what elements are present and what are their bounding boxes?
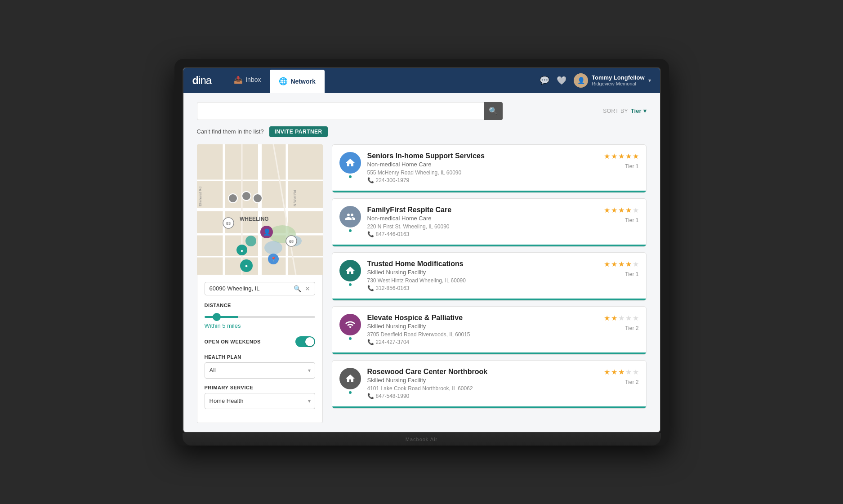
star-icon: ★ [633,206,639,214]
listing-card-inner: Elevate Hospice & Palliative Skilled Nur… [332,307,646,352]
listing-name: Trusted Home Modifications [367,260,598,268]
listing-right: ★★★★★ Tier 2 [604,314,639,331]
svg-text:●: ● [240,248,243,253]
distance-label: DISTANCE [205,303,315,308]
sort-by: SORT BY Tier ▾ [603,107,646,114]
star-icon: ★ [611,368,617,376]
health-plan-select[interactable]: All [205,362,315,379]
heart-icon[interactable]: 🤍 [557,76,566,85]
nav-inbox[interactable]: 📥 Inbox [225,68,270,93]
status-dot [348,228,352,233]
listing-right: ★★★★★ Tier 2 [604,368,639,385]
listings-panel: Seniors In-home Support Services Non-med… [332,144,647,423]
listing-card-inner: Seniors In-home Support Services Non-med… [332,145,646,191]
tier-badge: Tier 1 [625,163,638,169]
listing-name: Elevate Hospice & Palliative [367,314,598,322]
svg-text:Elmhurst Rd: Elmhurst Rd [198,186,202,206]
listing-name: FamilyFirst Respite Care [367,206,598,214]
listing-type: Skilled Nursing Facility [367,269,598,276]
primary-service-select[interactable]: Home Health [205,393,315,409]
svg-point-18 [253,194,262,203]
star-rating: ★★★★★ [604,206,639,214]
svg-text:WHEELING: WHEELING [240,216,269,222]
card-bottom-bar [332,406,646,408]
listing-icon-group [339,206,361,233]
chat-icon[interactable]: 💬 [540,76,549,85]
listing-name: Rosewood Care Center Northbrook [367,368,598,376]
listing-card[interactable]: Rosewood Care Center Northbrook Skilled … [332,360,647,409]
cant-find-text: Can't find them in the list? [197,128,264,135]
star-icon: ★ [633,368,639,376]
network-label: Network [290,78,315,85]
location-search-icon: 🔍 [294,285,301,292]
phone-icon: 📞 [367,339,374,345]
search-button[interactable]: 🔍 [484,102,503,120]
listing-phone: 📞 847-446-0163 [367,231,598,237]
search-input[interactable] [197,102,503,120]
invite-partner-button[interactable]: INVITE PARTNER [269,126,328,137]
health-plan-group: HEALTH PLAN All ▾ [205,354,315,379]
star-rating: ★★★★★ [604,314,639,322]
nav-network[interactable]: 🌐 Network [270,70,324,93]
sort-chevron: ▾ [643,107,647,114]
listing-info: FamilyFirst Respite Care Non-medical Hom… [367,206,598,237]
location-clear-icon[interactable]: ✕ [305,285,310,292]
star-icon: ★ [611,206,617,214]
star-icon: ★ [625,152,632,161]
status-dot [348,282,352,287]
macbook-label: Macbook Air [406,437,438,442]
distance-slider[interactable] [205,316,315,318]
listing-icon-group [339,368,361,395]
open-weekends-toggle[interactable] [295,336,315,347]
listing-address: 555 McHenry Road Wheeling, IL 60090 [367,169,598,176]
star-rating: ★★★★★ [604,368,639,376]
star-icon: ★ [611,314,617,322]
star-icon: ★ [625,206,632,214]
listing-address: 220 N First St. Wheeling, IL 60090 [367,223,598,230]
listing-address: 730 West Hintz Road Wheeling, IL 60090 [367,277,598,284]
listing-phone: 📞 847-548-1990 [367,393,598,399]
location-input[interactable] [210,285,294,292]
location-input-row: 🔍 ✕ [205,282,315,295]
listing-card-inner: Rosewood Care Center Northbrook Skilled … [332,361,646,406]
star-icon: ★ [604,206,610,214]
inbox-icon: 📥 [234,76,243,84]
listing-type: Skilled Nursing Facility [367,323,598,330]
network-icon: 🌐 [279,77,288,85]
sort-value[interactable]: Tier ▾ [631,107,647,114]
search-bar-row: 🔍 SORT BY Tier ▾ [197,102,647,120]
left-panel: N Wolf Rd Elmhurst Rd WHEELING 83 [197,144,323,423]
phone-number: 312-856-0163 [376,285,410,291]
card-bottom-bar [332,352,646,354]
primary-service-group: PRIMARY SERVICE Home Health ▾ [205,385,315,409]
star-icon: ★ [611,260,617,268]
content-grid: N Wolf Rd Elmhurst Rd WHEELING 83 [197,144,647,423]
listing-address: 4101 Lake Cook Road Northbrook, IL 60062 [367,385,598,392]
svg-text:👤: 👤 [263,228,271,236]
phone-icon: 📞 [367,393,374,399]
tier-badge: Tier 1 [625,271,638,277]
card-bottom-bar [332,299,646,300]
listing-card[interactable]: Seniors In-home Support Services Non-med… [332,144,647,193]
listing-card[interactable]: Trusted Home Modifications Skilled Nursi… [332,252,647,301]
listing-type: Non-medical Home Care [367,215,598,222]
card-bottom-bar [332,245,646,246]
map-svg: N Wolf Rd Elmhurst Rd WHEELING 83 [197,144,323,275]
user-chevron: ▾ [648,77,651,84]
star-icon: ★ [618,152,624,161]
status-dot [348,336,352,341]
invite-row: Can't find them in the list? INVITE PART… [197,126,647,137]
star-icon: ★ [604,368,610,376]
top-navigation: dina 📥 Inbox 🌐 Network 💬 🤍 👤 [183,68,660,93]
listing-card[interactable]: Elevate Hospice & Palliative Skilled Nur… [332,306,647,355]
star-rating: ★★★★★ [604,152,639,161]
listing-card[interactable]: FamilyFirst Respite Care Non-medical Hom… [332,198,647,247]
phone-number: 224-300-1979 [376,177,410,183]
user-profile[interactable]: 👤 Tommy Longfellow Ridgeview Memorial ▾ [574,73,651,88]
toggle-thumb [305,337,314,346]
sort-value-text: Tier [631,107,642,114]
distance-filter: DISTANCE Within 5 miles [205,303,315,329]
listing-icon [339,206,361,227]
star-icon: ★ [625,260,632,268]
listing-icon-group [339,314,361,341]
